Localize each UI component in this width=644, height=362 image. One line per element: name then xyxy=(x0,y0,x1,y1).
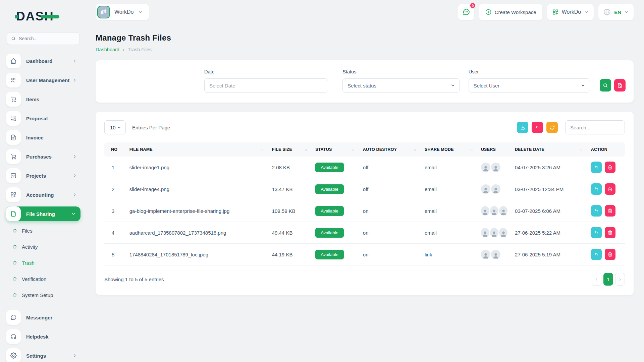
restore-file-button[interactable] xyxy=(591,249,602,260)
header-users[interactable]: USERS xyxy=(478,142,512,157)
sidebar-item-trash[interactable]: Trash xyxy=(6,258,80,268)
user-avatar-icon[interactable] xyxy=(481,163,490,172)
filter-buttons xyxy=(600,79,626,92)
header-file-size[interactable]: FILE SIZE↑↓ xyxy=(269,142,312,157)
delete-file-button[interactable] xyxy=(605,205,615,217)
header-auto-destroy[interactable]: AUTO DESTROY↑↓ xyxy=(360,142,421,157)
user-avatar-icon[interactable] xyxy=(499,228,507,237)
status-select[interactable]: Select status xyxy=(342,78,460,93)
topbar-actions: 0 Create Workspace WorkDo EN xyxy=(458,4,634,20)
header-file-name[interactable]: FILE NAME↑↓ xyxy=(126,142,269,157)
sort-icon[interactable]: ↑↓ xyxy=(414,147,418,152)
undo-arrow-icon xyxy=(594,252,599,257)
sidebar-item-verification[interactable]: Verification xyxy=(6,274,80,284)
undo-arrow-icon xyxy=(594,187,599,191)
trash-files-card: 10 Entries Per Page xyxy=(96,112,634,295)
user-avatar-icon[interactable] xyxy=(490,206,498,216)
user-avatar-icon[interactable] xyxy=(499,206,507,216)
create-workspace-button[interactable]: Create Workspace xyxy=(479,4,542,20)
user-avatar-icon[interactable] xyxy=(491,163,500,172)
restore-file-button[interactable] xyxy=(591,183,602,195)
chevron-right-icon xyxy=(72,192,77,197)
sidebar-item-helpdesk[interactable]: Helpdesk xyxy=(6,329,80,344)
cell-auto-destroy: on xyxy=(360,222,421,244)
user-avatar-icon[interactable] xyxy=(481,228,489,237)
sidebar-item-system-setup[interactable]: System Setup xyxy=(6,290,80,300)
workspace-switcher[interactable]: WorkDo xyxy=(96,4,149,20)
header-delete-date[interactable]: DELETE DATE↑↓ xyxy=(512,142,588,157)
check-square-icon xyxy=(6,168,21,183)
sidebar-item-projects[interactable]: Projects xyxy=(6,168,80,183)
sort-icon[interactable]: ↑↓ xyxy=(261,147,265,152)
workspace-menu-button[interactable]: WorkDo xyxy=(547,4,594,20)
table-search-input[interactable] xyxy=(570,125,620,130)
header-no[interactable]: NO xyxy=(104,142,126,157)
sort-icon[interactable]: ↑↓ xyxy=(304,147,309,152)
chat-bubble-icon xyxy=(6,310,21,325)
submenu-label: Verification xyxy=(22,276,46,282)
pagination-next-button[interactable]: › xyxy=(615,273,625,286)
cell-file-size: 44.19 KB xyxy=(269,244,312,265)
sidebar-item-settings[interactable]: Settings xyxy=(6,348,80,362)
chevron-down-icon xyxy=(450,83,455,88)
user-avatar-icon[interactable] xyxy=(481,250,490,259)
language-selector[interactable]: EN xyxy=(598,4,634,20)
user-select[interactable]: Select User xyxy=(469,78,590,93)
sidebar-item-label: Messenger xyxy=(26,315,80,320)
sidebar-item-file-sharing[interactable]: File Sharing xyxy=(6,206,80,221)
user-avatar-icon[interactable] xyxy=(481,206,489,216)
sidebar-item-purchases[interactable]: Purchases xyxy=(6,149,80,164)
pagination-prev-button[interactable]: ‹ xyxy=(592,273,601,286)
language-code: EN xyxy=(614,9,621,15)
restore-file-button[interactable] xyxy=(591,205,602,217)
sort-icon[interactable]: ↑↓ xyxy=(580,147,584,152)
restore-file-button[interactable] xyxy=(591,227,602,238)
refresh-button[interactable] xyxy=(546,122,558,133)
restore-all-button[interactable] xyxy=(532,122,543,133)
restore-file-button[interactable] xyxy=(591,162,602,173)
cart-icon xyxy=(6,149,21,164)
delete-file-button[interactable] xyxy=(605,249,615,260)
user-avatar-icon[interactable] xyxy=(490,228,498,237)
cell-file-name: slider-image1.png xyxy=(126,157,269,178)
header-status[interactable]: STATUS↑↓ xyxy=(312,142,360,157)
clear-filter-button[interactable] xyxy=(614,79,626,92)
delete-file-button[interactable] xyxy=(605,162,615,173)
user-avatar-icon[interactable] xyxy=(481,184,490,194)
topbar: WorkDo 0 Create Workspace WorkDo EN xyxy=(96,4,634,20)
sidebar-item-files[interactable]: Files xyxy=(6,226,80,236)
export-download-button[interactable] xyxy=(517,122,528,133)
delete-file-button[interactable] xyxy=(605,183,615,195)
user-avatar-icon[interactable] xyxy=(491,250,500,259)
home-icon xyxy=(6,54,21,68)
user-avatars xyxy=(481,206,508,216)
sidebar-search[interactable] xyxy=(7,32,80,45)
sidebar-item-messenger[interactable]: Messenger xyxy=(6,310,80,325)
chevron-down-icon xyxy=(71,212,76,216)
sidebar-item-activity[interactable]: Activity xyxy=(6,242,80,252)
sidebar-item-items[interactable]: Items xyxy=(6,92,80,107)
sidebar-item-accounting[interactable]: Accounting xyxy=(6,187,80,202)
sort-icon[interactable]: ↑↓ xyxy=(470,147,474,152)
filter-card: Date Status Select status User Select Us… xyxy=(96,60,634,103)
header-share-mode[interactable]: SHARE MODE↑↓ xyxy=(421,142,478,157)
brand-logo[interactable]: DASH xyxy=(16,9,54,23)
pagination-page-1[interactable]: 1 xyxy=(603,273,613,286)
breadcrumb-dashboard-link[interactable]: Dashboard xyxy=(96,47,119,52)
user-avatar-icon[interactable] xyxy=(491,184,500,194)
sidebar-item-user-management[interactable]: User Management xyxy=(6,73,80,87)
search-icon xyxy=(11,36,16,41)
sidebar-item-dashboard[interactable]: Dashboard xyxy=(6,54,80,68)
entries-per-page-select[interactable]: 10 xyxy=(104,120,126,134)
date-input[interactable] xyxy=(209,83,323,88)
sort-icon[interactable]: ↑↓ xyxy=(352,147,356,152)
main-content: WorkDo 0 Create Workspace WorkDo EN xyxy=(86,0,644,362)
apply-filter-button[interactable] xyxy=(600,79,611,92)
workspace-name: WorkDo xyxy=(114,9,134,15)
cart-icon xyxy=(6,92,21,107)
messages-button[interactable]: 0 xyxy=(458,4,474,20)
sidebar-search-input[interactable] xyxy=(19,36,75,41)
sidebar-item-proposal[interactable]: Proposal xyxy=(6,111,80,126)
sidebar-item-invoice[interactable]: Invoice xyxy=(6,130,80,145)
delete-file-button[interactable] xyxy=(605,227,615,238)
